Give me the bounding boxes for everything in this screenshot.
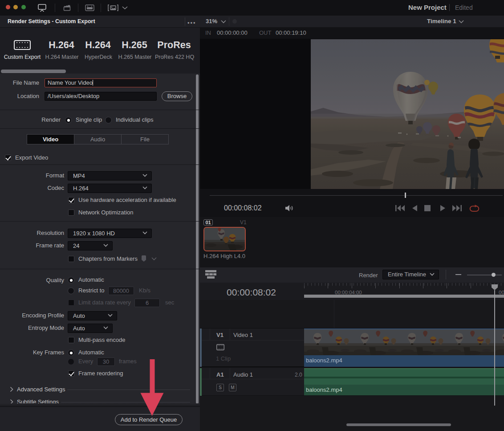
svg-text:baloons2.mp4: baloons2.mp4 [306,357,342,364]
